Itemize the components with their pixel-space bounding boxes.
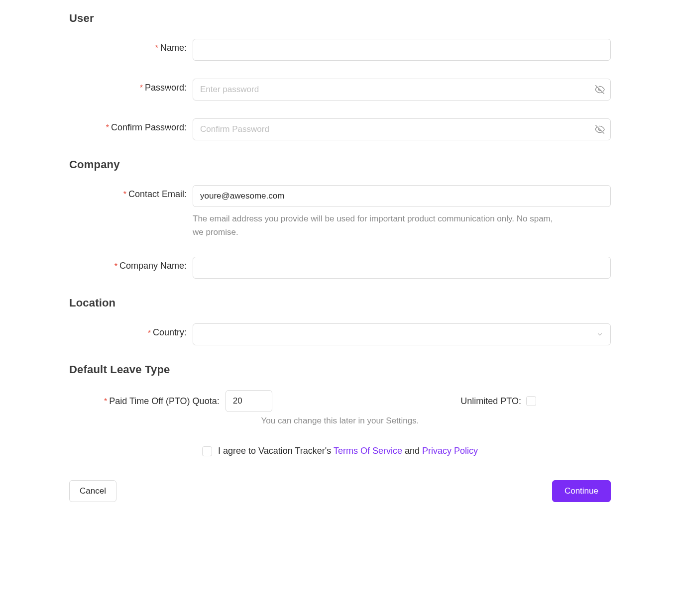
label-confirm-password-text: Confirm Password [111, 122, 184, 132]
colon: : [184, 83, 187, 93]
agree-checkbox[interactable] [202, 446, 212, 456]
label-country-text: Country [153, 327, 184, 337]
row-country: *Country: [69, 323, 611, 345]
continue-button[interactable]: Continue [552, 480, 611, 502]
required-marker: * [148, 329, 151, 337]
agree-text: I agree to Vacation Tracker's Terms Of S… [218, 446, 478, 456]
country-select[interactable] [193, 323, 611, 345]
label-company-name-text: Company Name [119, 261, 184, 271]
colon: : [184, 43, 187, 53]
password-input[interactable] [193, 79, 611, 101]
label-contact-email-text: Contact Email [128, 189, 184, 199]
label-company-name: *Company Name: [69, 257, 193, 271]
contact-email-input[interactable] [193, 185, 611, 207]
row-contact-email: *Contact Email: The email address you pr… [69, 185, 611, 239]
label-name: *Name: [69, 39, 193, 53]
cancel-button[interactable]: Cancel [69, 480, 116, 502]
label-pto-quota: *Paid Time Off (PTO) Quota: [104, 396, 220, 407]
terms-link[interactable]: Terms Of Service [334, 446, 402, 456]
colon: : [519, 396, 521, 406]
company-name-input[interactable] [193, 257, 611, 279]
row-password: *Password: [69, 79, 611, 101]
section-title-leave: Default Leave Type [69, 363, 611, 376]
pto-help: You can change this later in your Settin… [69, 416, 611, 426]
section-title-user: User [69, 12, 611, 25]
colon: : [184, 327, 187, 337]
row-confirm-password: *Confirm Password: [69, 118, 611, 140]
unlimited-pto-checkbox[interactable] [526, 396, 536, 406]
label-country: *Country: [69, 323, 193, 338]
row-pto: *Paid Time Off (PTO) Quota: Unlimited PT… [69, 390, 611, 412]
label-confirm-password: *Confirm Password: [69, 118, 193, 133]
chevron-down-icon [596, 331, 603, 338]
colon: : [184, 122, 187, 132]
agree-prefix: I agree to Vacation Tracker's [218, 446, 334, 456]
required-marker: * [140, 84, 143, 92]
signup-form: User *Name: *Password: [49, 0, 631, 522]
svg-line-1 [596, 125, 604, 134]
required-marker: * [106, 123, 109, 132]
label-name-text: Name [160, 43, 184, 53]
label-password: *Password: [69, 79, 193, 93]
label-unlimited-pto: Unlimited PTO: [460, 396, 521, 407]
svg-line-0 [596, 86, 604, 94]
privacy-link[interactable]: Privacy Policy [422, 446, 478, 456]
label-password-text: Password [145, 83, 184, 93]
label-unlimited-pto-text: Unlimited PTO [460, 396, 519, 406]
row-agree: I agree to Vacation Tracker's Terms Of S… [69, 446, 611, 456]
actions: Cancel Continue [69, 480, 611, 502]
section-title-location: Location [69, 297, 611, 309]
label-pto-quota-text: Paid Time Off (PTO) Quota [109, 396, 217, 406]
agree-mid: and [402, 446, 422, 456]
eye-off-icon[interactable] [595, 85, 605, 95]
required-marker: * [104, 397, 107, 406]
required-marker: * [114, 262, 117, 271]
colon: : [184, 189, 187, 199]
name-input[interactable] [193, 39, 611, 61]
required-marker: * [123, 190, 126, 199]
eye-off-icon[interactable] [595, 124, 605, 134]
colon: : [217, 396, 220, 406]
contact-email-help: The email address you provide will be us… [193, 212, 563, 239]
confirm-password-input[interactable] [193, 118, 611, 140]
row-company-name: *Company Name: [69, 257, 611, 279]
section-title-company: Company [69, 158, 611, 171]
row-name: *Name: [69, 39, 611, 61]
colon: : [184, 261, 187, 271]
required-marker: * [155, 44, 158, 52]
pto-quota-input[interactable] [226, 390, 272, 412]
label-contact-email: *Contact Email: [69, 185, 193, 200]
